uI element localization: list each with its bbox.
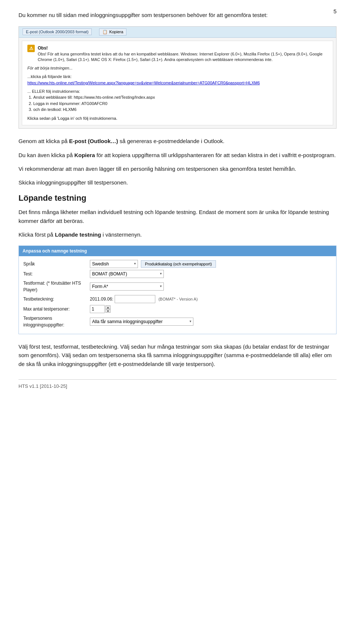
select-wrap-inloggning: Alla får samma inloggningsuppgifter [90,318,193,326]
spinner-up-button[interactable]: ▲ [105,305,111,309]
email-section-2: ...klicka på följande länk: https://www.… [27,74,328,86]
form-screenshot-box: Anpassa och namnge testning Språk Swedis… [18,245,337,334]
list-item: och din testkod: HLXM6 [33,106,328,113]
test-select[interactable]: BOMAT (BOMAT) [90,270,164,278]
form-label-testbeteckning: Testbeteckning: [23,296,90,302]
form-field-testbeteckning: 2011.09.06: (BOMAT* - Version A) [90,295,332,303]
max-antal-input[interactable] [90,305,105,313]
paragraph-1-bold: E-post (Outlook…) [69,138,118,144]
obs-row: ⚠ Obs! Obs! För att kuna genomföra teste… [27,45,328,63]
list-item: Anslut webbläsare till: https://www.hts-… [33,94,328,101]
form-field-testformat: Form A* [90,282,332,291]
testbeteckning-input[interactable] [115,295,155,303]
list-item: Logga in med löpnummer: ATG00AFCR0 [33,101,328,107]
sprak-select[interactable]: Swedish [90,260,138,268]
paragraph-5: Det finns många likheter mellan individu… [18,208,337,225]
form-row-testformat: Testformat: (* förutsätter HTS Player) F… [23,280,332,293]
email-link[interactable]: https://www.hts-online.net/Testing/Welco… [27,81,260,85]
section-heading-lopande: Löpande testning [18,192,337,204]
form-label-inloggning: Testpersonens inloggningsuppgifter: [23,315,90,328]
kopiera-label: Kopiera [109,30,123,34]
form-row-testbeteckning: Testbeteckning: 2011.09.06: (BOMAT* - Ve… [23,295,332,303]
obs-content: Obs! Obs! För att kuna genomföra testet … [38,45,328,63]
form-field-sprak: Swedish Produktkatalog (och exempelrappo… [90,260,332,268]
paragraph-6-after: i vänstermenyn. [101,231,142,238]
form-body: Språk Swedish Produktkatalog (och exempe… [19,256,336,334]
copy-icon: 📋 [102,30,108,34]
paragraph-2-bold: Kopiera [74,152,95,158]
email-type-button[interactable]: E-post (Outlook 2000/2003 format) [23,28,92,35]
email-body: ⚠ Obs! Obs! För att kuna genomföra teste… [22,41,333,126]
footer-text: HTS v1.1 [2011-10-25] [18,383,337,390]
paragraph-1: Genom att klicka på E-post (Outlook…) så… [18,137,337,145]
form-field-inloggning: Alla får samma inloggningsuppgifter [90,318,332,326]
paragraph-7: Välj först test, testformat, testbeteckn… [18,342,337,368]
form-field-test: BOMAT (BOMAT) [90,270,332,278]
email-screenshot-box: E-post (Outlook 2000/2003 format) 📋 Kopi… [18,26,337,129]
paragraph-6: Klicka först på Löpande testning i vänst… [18,230,337,239]
form-row-test: Test: BOMAT (BOMAT) [23,270,332,278]
select-wrap-sprak: Swedish [90,260,138,268]
email-numbered-list: Anslut webbläsare till: https://www.hts-… [33,94,328,113]
paragraph-2-after: för att kopiera uppgifterna till urklipp… [95,152,336,158]
email-section-3: ... ELLER följ instruktionerna: Anslut w… [27,89,328,113]
form-row-sprak: Språk Swedish Produktkatalog (och exempe… [23,260,332,268]
spinner-buttons: ▲ ▼ [105,305,111,313]
date-prefix: 2011.09.06: [90,296,113,302]
form-label-max-antal: Max antal testpersoner: [23,306,90,312]
paragraph-4: Skicka inloggningsuppgifter till testper… [18,178,337,187]
paragraph-1-after: så genereras e-postmeddelande i Outlook. [118,138,224,144]
form-label-testformat: Testformat: (* förutsätter HTS Player) [23,280,90,293]
obs-body-text: Obs! För att kuna genomföra testet krävs… [38,51,328,63]
paragraph-6-before: Klicka först på [18,231,55,238]
paragraph-6-bold: Löpande testning [55,231,101,238]
paragraph-2-before: Du kan även klicka på [18,152,74,158]
footer-divider [18,379,337,380]
testformat-select[interactable]: Form A* [90,282,164,291]
product-catalog-button[interactable]: Produktkatalog (och exempelrapport) [141,260,216,268]
inloggning-select[interactable]: Alla får samma inloggningsuppgifter [90,318,193,326]
form-row-max-antal: Max antal testpersoner: ▲ ▼ [23,305,332,313]
select-wrap-testformat: Form A* [90,282,164,291]
select-wrap-test: BOMAT (BOMAT) [90,270,164,278]
kopiera-button[interactable]: 📋 Kopiera [99,28,126,35]
form-field-max-antal: ▲ ▼ [90,305,332,313]
paragraph-1-before: Genom att klicka på [18,138,69,144]
email-header-bar: E-post (Outlook 2000/2003 format) 📋 Kopi… [19,27,336,38]
date-suffix: (BOMAT* - Version A) [158,296,197,302]
email-footer-text: Klicka sedan på 'Logga in' och följ inst… [27,115,328,122]
form-row-inloggning: Testpersonens inloggningsuppgifter: Alla… [23,315,332,328]
form-label-sprak: Språk [23,261,90,267]
paragraph-3: Vi rekommenderar att man även lägger til… [18,165,337,173]
email-section-1: För att börja testningen... [27,65,328,71]
page-number: 5 [334,7,337,16]
number-wrap: ▲ ▼ [90,305,111,313]
form-label-test: Test: [23,271,90,277]
intro-paragraph: Du kommer nu till sidan med inloggningsu… [18,11,337,20]
paragraph-2: Du kan även klicka på Kopiera för att ko… [18,151,337,159]
form-title-bar: Anpassa och namnge testning [19,246,336,256]
obs-icon: ⚠ [27,45,35,52]
spinner-down-button[interactable]: ▼ [105,309,111,313]
obs-title: Obs! [38,45,328,51]
